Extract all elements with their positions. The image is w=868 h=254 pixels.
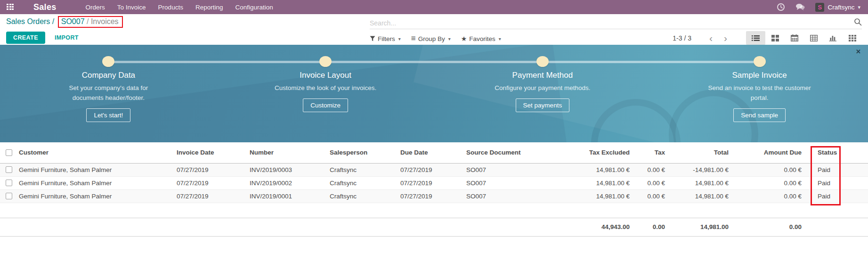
- menu-reporting[interactable]: Reporting: [195, 4, 223, 11]
- step-title: Invoice Layout: [217, 71, 434, 80]
- col-header-customer[interactable]: Customer: [19, 142, 177, 163]
- row-checkbox[interactable]: [6, 180, 12, 186]
- cell-status: Paid: [805, 176, 868, 189]
- step-title: Company Data: [0, 71, 217, 80]
- cell-status: Paid: [805, 189, 868, 203]
- cell-status: Paid: [805, 163, 868, 176]
- summary-total: 14,981.00: [669, 218, 732, 236]
- summary-tax-excluded: 44,943.00: [532, 218, 633, 236]
- messages-chat-icon[interactable]: [795, 3, 805, 11]
- step-title: Sample Invoice: [651, 71, 868, 80]
- cell-tax: 0.00 €: [633, 176, 669, 189]
- filters-dropdown[interactable]: Filters ▾: [370, 35, 401, 42]
- cell-number: INV/2019/0002: [250, 176, 330, 189]
- banner-close-icon[interactable]: ✕: [856, 48, 861, 55]
- onboarding-step-4: Sample InvoiceSend an invoice to test th…: [651, 45, 868, 142]
- col-header-number[interactable]: Number: [250, 142, 330, 163]
- cell-invoice-date: 07/27/2019: [177, 189, 250, 203]
- pagination-range: 1-3 / 3: [673, 34, 691, 42]
- pagination-next-button[interactable]: ›: [718, 33, 733, 43]
- col-header-salesperson[interactable]: Salesperson: [330, 142, 400, 163]
- activities-clock-icon[interactable]: [777, 3, 785, 11]
- col-header-invoice-date[interactable]: Invoice Date: [177, 142, 250, 163]
- filters-caret-icon: ▾: [398, 36, 401, 41]
- summary-amount-due: 0.00: [732, 218, 805, 236]
- favorites-dropdown[interactable]: ★ Favorites ▾: [461, 35, 501, 42]
- step-description: Customize the look of your invoices.: [217, 83, 434, 93]
- menu-products[interactable]: Products: [158, 4, 183, 11]
- breadcrumb-sales-orders[interactable]: Sales Orders: [6, 17, 50, 25]
- cell-total: -14,981.00 €: [669, 163, 732, 176]
- table-row[interactable]: Gemini Furniture, Soham Palmer07/27/2019…: [0, 163, 868, 176]
- step-action-button[interactable]: Send sample: [733, 108, 786, 122]
- user-menu-caret-icon: ▾: [858, 4, 860, 10]
- menu-orders[interactable]: Orders: [86, 4, 105, 11]
- view-kanban-button[interactable]: [765, 31, 785, 45]
- step-description: Set your company's data for documents he…: [53, 83, 164, 103]
- cell-tax: 0.00 €: [633, 189, 669, 203]
- favorites-caret-icon: ▾: [499, 36, 501, 41]
- col-header-source-document[interactable]: Source Document: [466, 142, 532, 163]
- cell-salesperson: Craftsync: [330, 176, 400, 189]
- view-activity-button[interactable]: [843, 31, 862, 45]
- breadcrumb-so007[interactable]: SO007: [61, 17, 85, 25]
- nav-menus: Orders To Invoice Products Reporting Con…: [86, 4, 273, 11]
- table-row[interactable]: Gemini Furniture, Soham Palmer07/27/2019…: [0, 176, 868, 189]
- menu-to-invoice[interactable]: To Invoice: [117, 4, 146, 11]
- step-dot-icon: [319, 56, 332, 67]
- annotation-box-breadcrumb: SO007 / Invoices: [58, 16, 123, 28]
- view-calendar-button[interactable]: [785, 31, 804, 45]
- col-header-amount-due[interactable]: Amount Due: [732, 142, 805, 163]
- cell-due-date: 07/27/2019: [400, 176, 466, 189]
- table-row[interactable]: Gemini Furniture, Soham Palmer07/27/2019…: [0, 189, 868, 203]
- cell-amount-due: 0.00 €: [732, 163, 805, 176]
- create-button[interactable]: CREATE: [6, 32, 45, 44]
- apps-menu-icon[interactable]: [7, 4, 15, 11]
- col-header-status[interactable]: Status: [805, 142, 868, 163]
- select-all-checkbox[interactable]: [6, 149, 12, 156]
- control-panel: Sales Orders / SO007 / Invoices CREATE I…: [0, 14, 868, 45]
- row-checkbox[interactable]: [6, 193, 12, 199]
- col-header-due-date[interactable]: Due Date: [400, 142, 466, 163]
- step-action-button[interactable]: Set payments: [516, 98, 570, 112]
- breadcrumb: Sales Orders / SO007 / Invoices: [6, 17, 123, 26]
- view-switcher: [746, 31, 862, 45]
- view-pivot-button[interactable]: [804, 31, 823, 45]
- step-action-button[interactable]: Let's start!: [86, 108, 130, 122]
- cell-number: INV/2019/0001: [250, 189, 330, 203]
- breadcrumb-separator-2: /: [87, 17, 89, 25]
- group-by-dropdown[interactable]: ≡ Group By ▾: [411, 34, 451, 43]
- cell-salesperson: Craftsync: [330, 189, 400, 203]
- step-description: Configure your payment methods.: [434, 83, 651, 93]
- col-header-total[interactable]: Total: [669, 142, 732, 163]
- invoice-list: Customer Invoice Date Number Salesperson…: [0, 142, 868, 237]
- top-navbar: Sales Orders To Invoice Products Reporti…: [0, 0, 868, 14]
- view-graph-button[interactable]: [823, 31, 843, 45]
- menu-configuration[interactable]: Configuration: [235, 4, 273, 11]
- cell-due-date: 07/27/2019: [400, 189, 466, 203]
- search-magnifier-icon[interactable]: [854, 18, 862, 28]
- cell-invoice-date: 07/27/2019: [177, 163, 250, 176]
- cell-source-document: SO007: [466, 176, 532, 189]
- onboarding-step-1: Company DataSet your company's data for …: [0, 45, 217, 142]
- row-checkbox[interactable]: [6, 166, 12, 173]
- spacer-row: [0, 203, 868, 218]
- cell-customer: Gemini Furniture, Soham Palmer: [19, 189, 177, 203]
- user-name: Craftsync: [827, 4, 854, 11]
- onboarding-step-2: Invoice LayoutCustomize the look of your…: [217, 45, 434, 142]
- user-menu[interactable]: S Craftsync ▾: [815, 3, 860, 12]
- breadcrumb-current: Invoices: [91, 17, 119, 25]
- col-header-tax-excluded[interactable]: Tax Excluded: [532, 142, 633, 163]
- step-title: Payment Method: [434, 71, 651, 80]
- table-header-row: Customer Invoice Date Number Salesperson…: [0, 142, 868, 163]
- import-button[interactable]: IMPORT: [55, 34, 79, 41]
- summary-row: 44,943.00 0.00 14,981.00 0.00: [0, 218, 868, 236]
- view-list-button[interactable]: [746, 31, 765, 45]
- funnel-icon: [370, 36, 375, 41]
- col-header-tax[interactable]: Tax: [633, 142, 669, 163]
- search-input[interactable]: [370, 19, 854, 27]
- breadcrumb-separator: /: [52, 17, 54, 25]
- step-action-button[interactable]: Customize: [303, 98, 348, 112]
- pagination-prev-button[interactable]: ‹: [704, 33, 718, 43]
- cell-tax-excluded: 14,981.00 €: [532, 163, 633, 176]
